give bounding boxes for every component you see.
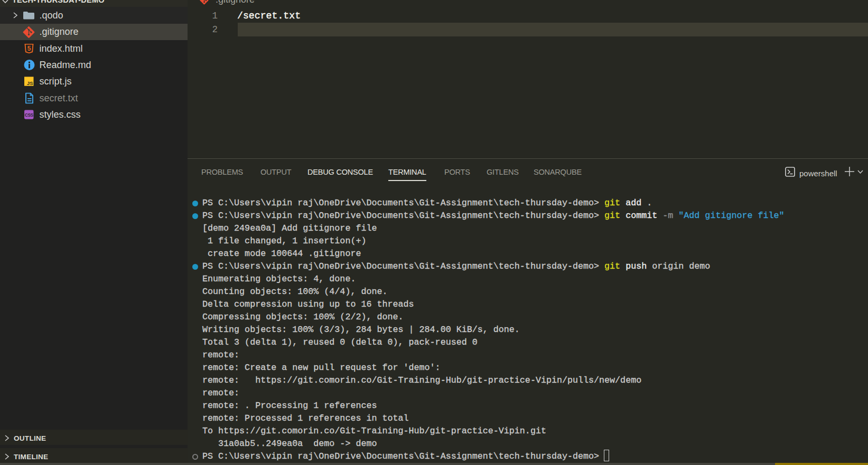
svg-text:JS: JS	[27, 81, 33, 86]
svg-text:CSS: CSS	[25, 113, 33, 118]
svg-text:5: 5	[27, 45, 31, 52]
